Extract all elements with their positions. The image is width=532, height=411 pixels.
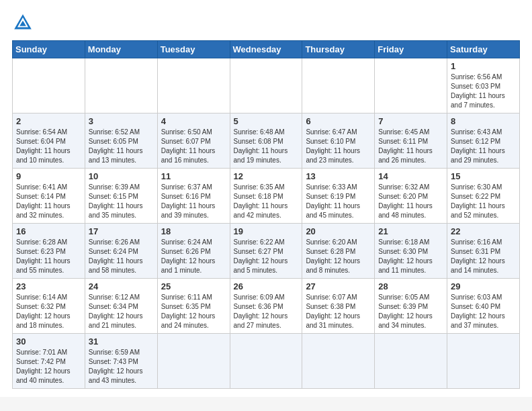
day-number: 25 <box>161 281 226 291</box>
calendar-cell: 29Sunrise: 6:03 AM Sunset: 6:40 PM Dayli… <box>447 279 520 334</box>
calendar-cell: 2Sunrise: 6:54 AM Sunset: 6:04 PM Daylig… <box>13 113 85 169</box>
calendar-cell: 5Sunrise: 6:48 AM Sunset: 6:08 PM Daylig… <box>230 113 302 169</box>
day-info: Sunrise: 6:18 AM Sunset: 6:30 PM Dayligh… <box>378 238 443 275</box>
calendar-cell: 17Sunrise: 6:26 AM Sunset: 6:24 PM Dayli… <box>85 224 157 279</box>
calendar-cell: 6Sunrise: 6:47 AM Sunset: 6:10 PM Daylig… <box>302 113 375 169</box>
calendar-cell <box>302 334 375 389</box>
calendar-cell <box>375 58 447 113</box>
calendar-cell: 12Sunrise: 6:35 AM Sunset: 6:18 PM Dayli… <box>230 169 302 224</box>
calendar-cell: 4Sunrise: 6:50 AM Sunset: 6:07 PM Daylig… <box>157 113 230 169</box>
day-info: Sunrise: 6:47 AM Sunset: 6:10 PM Dayligh… <box>306 128 371 165</box>
logo-icon <box>12 12 34 34</box>
day-number: 28 <box>378 281 443 291</box>
day-of-week-friday: Friday <box>375 41 447 58</box>
calendar-cell: 18Sunrise: 6:24 AM Sunset: 6:26 PM Dayli… <box>157 224 230 279</box>
calendar-cell <box>157 58 230 113</box>
day-info: Sunrise: 6:12 AM Sunset: 6:34 PM Dayligh… <box>89 293 154 330</box>
calendar-cell: 3Sunrise: 6:52 AM Sunset: 6:05 PM Daylig… <box>85 113 157 169</box>
calendar-cell: 15Sunrise: 6:30 AM Sunset: 6:22 PM Dayli… <box>447 169 520 224</box>
day-info: Sunrise: 6:33 AM Sunset: 6:19 PM Dayligh… <box>306 183 371 220</box>
calendar-page: SundayMondayTuesdayWednesdayThursdayFrid… <box>0 0 532 397</box>
day-info: Sunrise: 6:59 AM Sunset: 7:43 PM Dayligh… <box>89 348 154 385</box>
day-number: 31 <box>89 336 154 347</box>
day-number: 6 <box>306 116 371 126</box>
calendar-week-row: 16Sunrise: 6:28 AM Sunset: 6:23 PM Dayli… <box>13 224 520 279</box>
day-of-week-monday: Monday <box>85 41 157 58</box>
day-number: 17 <box>89 226 154 236</box>
day-number: 9 <box>16 171 81 181</box>
calendar-cell <box>230 334 302 389</box>
calendar-cell: 26Sunrise: 6:09 AM Sunset: 6:36 PM Dayli… <box>230 279 302 334</box>
day-of-week-tuesday: Tuesday <box>157 41 230 58</box>
day-number: 1 <box>451 61 516 71</box>
day-number: 29 <box>451 281 516 291</box>
day-info: Sunrise: 6:56 AM Sunset: 6:03 PM Dayligh… <box>451 73 516 110</box>
logo <box>12 12 36 34</box>
day-number: 21 <box>378 226 443 236</box>
day-number: 24 <box>89 281 154 291</box>
day-info: Sunrise: 6:14 AM Sunset: 6:32 PM Dayligh… <box>16 293 81 330</box>
calendar-cell: 30Sunrise: 7:01 AM Sunset: 7:42 PM Dayli… <box>13 334 85 389</box>
calendar-header-row: SundayMondayTuesdayWednesdayThursdayFrid… <box>13 41 520 58</box>
day-info: Sunrise: 6:32 AM Sunset: 6:20 PM Dayligh… <box>378 183 443 220</box>
calendar-cell <box>13 58 85 113</box>
day-info: Sunrise: 6:39 AM Sunset: 6:15 PM Dayligh… <box>89 183 154 220</box>
day-number: 26 <box>234 281 299 291</box>
day-number: 18 <box>161 226 226 236</box>
calendar-cell: 8Sunrise: 6:43 AM Sunset: 6:12 PM Daylig… <box>447 113 520 169</box>
calendar-week-row: 23Sunrise: 6:14 AM Sunset: 6:32 PM Dayli… <box>13 279 520 334</box>
calendar-cell: 20Sunrise: 6:20 AM Sunset: 6:28 PM Dayli… <box>302 224 375 279</box>
calendar-cell: 25Sunrise: 6:11 AM Sunset: 6:35 PM Dayli… <box>157 279 230 334</box>
day-number: 27 <box>306 281 371 291</box>
calendar-cell: 11Sunrise: 6:37 AM Sunset: 6:16 PM Dayli… <box>157 169 230 224</box>
day-number: 22 <box>451 226 516 236</box>
day-number: 2 <box>16 116 81 126</box>
day-info: Sunrise: 6:20 AM Sunset: 6:28 PM Dayligh… <box>306 238 371 275</box>
day-number: 16 <box>16 226 81 236</box>
day-of-week-wednesday: Wednesday <box>230 41 302 58</box>
day-number: 19 <box>234 226 299 236</box>
day-info: Sunrise: 6:52 AM Sunset: 6:05 PM Dayligh… <box>89 128 154 165</box>
day-number: 4 <box>161 116 226 126</box>
calendar-table: SundayMondayTuesdayWednesdayThursdayFrid… <box>12 40 520 389</box>
day-info: Sunrise: 6:35 AM Sunset: 6:18 PM Dayligh… <box>234 183 299 220</box>
day-info: Sunrise: 6:28 AM Sunset: 6:23 PM Dayligh… <box>16 238 81 275</box>
day-number: 7 <box>378 116 443 126</box>
calendar-cell: 16Sunrise: 6:28 AM Sunset: 6:23 PM Dayli… <box>13 224 85 279</box>
calendar-cell <box>302 58 375 113</box>
calendar-week-row: 1Sunrise: 6:56 AM Sunset: 6:03 PM Daylig… <box>13 58 520 113</box>
day-info: Sunrise: 6:11 AM Sunset: 6:35 PM Dayligh… <box>161 293 226 330</box>
day-number: 15 <box>451 171 516 181</box>
day-of-week-thursday: Thursday <box>302 41 375 58</box>
calendar-cell: 14Sunrise: 6:32 AM Sunset: 6:20 PM Dayli… <box>375 169 447 224</box>
day-number: 12 <box>234 171 299 181</box>
day-info: Sunrise: 6:16 AM Sunset: 6:31 PM Dayligh… <box>451 238 516 275</box>
day-number: 3 <box>89 116 154 126</box>
calendar-cell <box>230 58 302 113</box>
calendar-cell: 10Sunrise: 6:39 AM Sunset: 6:15 PM Dayli… <box>85 169 157 224</box>
day-info: Sunrise: 6:07 AM Sunset: 6:38 PM Dayligh… <box>306 293 371 330</box>
calendar-cell: 22Sunrise: 6:16 AM Sunset: 6:31 PM Dayli… <box>447 224 520 279</box>
calendar-cell: 28Sunrise: 6:05 AM Sunset: 6:39 PM Dayli… <box>375 279 447 334</box>
calendar-cell: 21Sunrise: 6:18 AM Sunset: 6:30 PM Dayli… <box>375 224 447 279</box>
calendar-cell: 31Sunrise: 6:59 AM Sunset: 7:43 PM Dayli… <box>85 334 157 389</box>
day-info: Sunrise: 6:30 AM Sunset: 6:22 PM Dayligh… <box>451 183 516 220</box>
day-number: 30 <box>16 336 81 347</box>
day-number: 10 <box>89 171 154 181</box>
day-of-week-saturday: Saturday <box>447 41 520 58</box>
day-number: 14 <box>378 171 443 181</box>
day-number: 5 <box>234 116 299 126</box>
day-info: Sunrise: 6:03 AM Sunset: 6:40 PM Dayligh… <box>451 293 516 330</box>
day-number: 13 <box>306 171 371 181</box>
day-info: Sunrise: 6:43 AM Sunset: 6:12 PM Dayligh… <box>451 128 516 165</box>
calendar-week-row: 2Sunrise: 6:54 AM Sunset: 6:04 PM Daylig… <box>13 113 520 169</box>
day-info: Sunrise: 6:26 AM Sunset: 6:24 PM Dayligh… <box>89 238 154 275</box>
calendar-cell: 9Sunrise: 6:41 AM Sunset: 6:14 PM Daylig… <box>13 169 85 224</box>
day-number: 11 <box>161 171 226 181</box>
page-header <box>12 12 520 34</box>
day-of-week-sunday: Sunday <box>13 41 85 58</box>
day-info: Sunrise: 6:48 AM Sunset: 6:08 PM Dayligh… <box>234 128 299 165</box>
calendar-cell: 13Sunrise: 6:33 AM Sunset: 6:19 PM Dayli… <box>302 169 375 224</box>
calendar-cell: 7Sunrise: 6:45 AM Sunset: 6:11 PM Daylig… <box>375 113 447 169</box>
day-number: 20 <box>306 226 371 236</box>
